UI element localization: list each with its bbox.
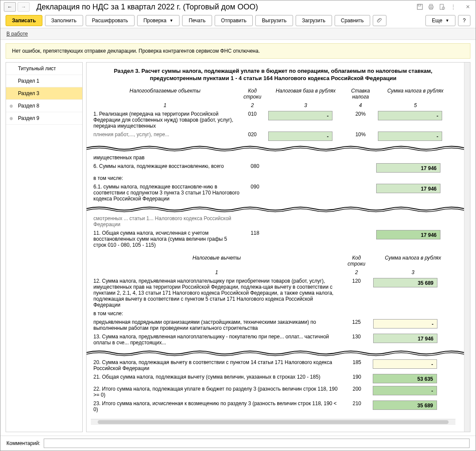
info-banner: Нет ошибок, препятствующих отправке декл… bbox=[6, 43, 470, 59]
status-link[interactable]: В работе bbox=[6, 31, 28, 37]
menu-icon[interactable]: ⋮ bbox=[449, 3, 458, 11]
torn-divider bbox=[87, 349, 464, 356]
svg-rect-3 bbox=[430, 4, 432, 6]
back-button[interactable]: ← bbox=[4, 2, 16, 12]
expand-icon[interactable]: ⊕ bbox=[9, 116, 13, 121]
window-title: Декларация по НДС за 1 квартал 2022 г. (… bbox=[36, 3, 414, 12]
chevron-down-icon: ▼ bbox=[169, 18, 173, 23]
help-button[interactable]: ? bbox=[458, 15, 470, 26]
check-button[interactable]: Проверка▼ bbox=[137, 15, 180, 26]
comment-label: Комментарий: bbox=[6, 440, 40, 446]
rows-table-4: 20. Сумма налога, подлежащая вычету в со… bbox=[91, 358, 455, 414]
row-010: 1. Реализация (передача на территории Ро… bbox=[91, 110, 455, 130]
field-010-base[interactable]: - bbox=[268, 111, 332, 120]
field-130-tax[interactable]: 17 946 bbox=[373, 334, 437, 343]
svg-rect-1 bbox=[418, 4, 421, 6]
row-200: 22. Итого сумма налога, подлежащая уплат… bbox=[91, 385, 455, 399]
sidebar-item-section8[interactable]: ⊕Раздел 8 bbox=[6, 100, 82, 112]
field-090-tax[interactable]: 17 946 bbox=[376, 184, 440, 193]
field-120-tax[interactable]: 35 689 bbox=[373, 278, 437, 287]
field-190-tax[interactable]: 53 635 bbox=[373, 374, 437, 383]
sidebar-item-title-page[interactable]: Титульный лист bbox=[6, 63, 82, 75]
field-125-tax[interactable]: - bbox=[373, 319, 437, 329]
row-130: 13. Сумма налога, предъявленная налогопл… bbox=[91, 332, 455, 347]
torn-divider bbox=[87, 144, 464, 152]
sidebar-item-section3[interactable]: Раздел 3 bbox=[6, 87, 82, 100]
forward-button[interactable]: → bbox=[18, 2, 30, 12]
upload-button[interactable]: Выгрузить bbox=[255, 15, 293, 26]
print-icon[interactable] bbox=[427, 3, 435, 11]
sidebar-item-section9[interactable]: ⊕Раздел 9 bbox=[6, 112, 82, 125]
row-185: 20. Сумма налога, подлежащая вычету в со… bbox=[91, 358, 455, 373]
sidebar-item-section1[interactable]: Раздел 1 bbox=[6, 75, 82, 87]
print-button[interactable]: Печать bbox=[182, 15, 212, 26]
app-window: ← → Декларация по НДС за 1 квартал 2022 … bbox=[0, 0, 476, 451]
row-120: 12. Сумма налога, предъявленная налогопл… bbox=[91, 277, 455, 309]
horizontal-scrollbar[interactable] bbox=[91, 419, 455, 425]
sidebar: Титульный лист Раздел 1 Раздел 3 ⊕Раздел… bbox=[6, 62, 83, 432]
compare-button[interactable]: Сравнить bbox=[335, 15, 370, 26]
field-210-tax[interactable]: 35 689 bbox=[373, 400, 437, 410]
section-title: Раздел 3. Расчет суммы налога, подлежаще… bbox=[91, 68, 455, 82]
close-icon[interactable]: ✕ bbox=[464, 3, 472, 11]
footer: Комментарий: bbox=[0, 436, 476, 451]
header-table-1: Налогооблагаемые объекты Код строки Нало… bbox=[91, 87, 455, 142]
toolbar: Записать Заполнить Расшифровать Проверка… bbox=[0, 13, 476, 28]
comment-input[interactable] bbox=[44, 439, 470, 448]
rows-table-3: смотренных ... статьи 1... Налогового ко… bbox=[91, 214, 455, 249]
attach-button[interactable] bbox=[373, 15, 386, 26]
preview-icon[interactable] bbox=[438, 3, 446, 11]
field-080-tax[interactable]: 17 946 bbox=[376, 163, 440, 173]
expand-icon[interactable]: ⊕ bbox=[9, 104, 13, 108]
status-bar: В работе bbox=[0, 28, 476, 40]
row-090: 6.1. суммы налога, подлежащие восстановл… bbox=[91, 182, 455, 203]
row-210: 23. Итого сумма налога, исчисленная к во… bbox=[91, 399, 455, 414]
send-button[interactable]: Отправить bbox=[215, 15, 253, 26]
row-020-fragment: плнения работ,..., услуг), пере... 020 -… bbox=[91, 130, 455, 142]
content-pane: Раздел 3. Расчет суммы налога, подлежаще… bbox=[86, 62, 470, 432]
vertical-scrollbar[interactable] bbox=[464, 63, 470, 432]
field-185-tax[interactable]: - bbox=[373, 359, 437, 369]
scrollbar-thumb[interactable] bbox=[98, 420, 449, 424]
form-content[interactable]: Раздел 3. Расчет суммы налога, подлежаще… bbox=[87, 63, 464, 432]
paperclip-icon bbox=[377, 18, 383, 24]
rows-table-2: имущественных прав 6. Суммы налога, подл… bbox=[91, 153, 455, 203]
save-icon[interactable] bbox=[416, 3, 424, 11]
field-020-tax[interactable]: - bbox=[378, 131, 442, 141]
save-button[interactable]: Записать bbox=[6, 15, 42, 26]
row-118: 11. Общая сумма налога, исчисленная с уч… bbox=[91, 229, 455, 249]
load-button[interactable]: Загрузить bbox=[296, 15, 332, 26]
decode-button[interactable]: Расшифровать bbox=[86, 15, 135, 26]
row-080: 6. Суммы налога, подлежащие восстановлен… bbox=[91, 162, 455, 174]
field-200-tax[interactable]: - bbox=[373, 386, 437, 395]
row-190: 21. Общая сумма налога, подлежащая вычет… bbox=[91, 373, 455, 385]
field-010-tax[interactable]: - bbox=[378, 111, 442, 120]
field-020-base[interactable]: - bbox=[268, 131, 332, 141]
torn-divider bbox=[87, 205, 464, 212]
chevron-down-icon: ▼ bbox=[445, 18, 449, 23]
titlebar: ← → Декларация по НДС за 1 квартал 2022 … bbox=[0, 0, 476, 13]
row-125: предъявленная подрядными организациями (… bbox=[91, 318, 455, 332]
fill-button[interactable]: Заполнить bbox=[45, 15, 83, 26]
more-button[interactable]: Еще▼ bbox=[425, 15, 455, 26]
field-118-tax[interactable]: 17 946 bbox=[376, 230, 440, 239]
header-table-2: Налоговые вычеты Код строки Сумма налога… bbox=[91, 254, 455, 347]
